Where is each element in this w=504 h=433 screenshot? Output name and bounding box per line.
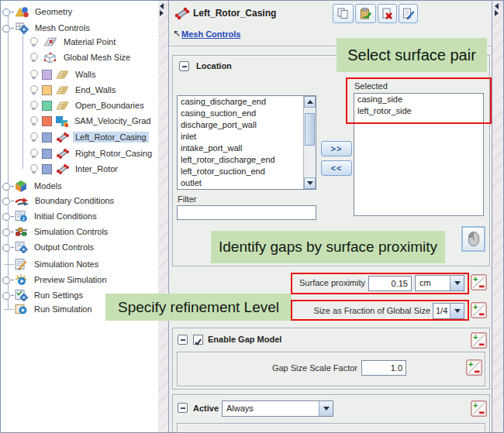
tree-scrollbar[interactable] [158, 1, 168, 433]
tree-expander-icon[interactable] [1, 179, 14, 193]
splitter-collapse-right-icon[interactable] [495, 10, 499, 16]
tree-item-simulation-notes[interactable]: Simulation Notes [1, 257, 157, 271]
gap-pair-icon [173, 6, 190, 22]
bulb-icon[interactable] [29, 100, 38, 112]
simulation-controls-icon [14, 226, 29, 237]
paste-icon [359, 7, 373, 21]
list-item[interactable]: casing_suction_end [178, 108, 316, 119]
breadcrumb-mesh-controls-link[interactable]: Mesh Controls [181, 29, 240, 39]
splitter-collapse-left-icon[interactable] [160, 3, 164, 9]
tree-expander-icon[interactable] [1, 273, 14, 287]
fraction-expression-button[interactable]: + [471, 302, 487, 318]
splitter-collapse-left-icon[interactable] [495, 3, 499, 9]
tree-item-material-point[interactable]: Material Point [1, 35, 157, 49]
tree-expander-icon[interactable] [1, 21, 14, 35]
list-item[interactable]: intake_port_wall [178, 143, 316, 154]
bulb-icon[interactable] [29, 84, 38, 96]
scrollbar-thumb[interactable] [305, 113, 315, 146]
tree-item-right-rotor-casing[interactable]: Right_Rotor_Casing [1, 146, 157, 160]
gap-model-expression-button[interactable]: + [471, 332, 487, 349]
proximity-expression-button[interactable]: + [471, 274, 487, 290]
bulb-icon[interactable] [29, 36, 38, 48]
global-mesh-size-icon [41, 52, 58, 64]
tree-item-initial-conditions[interactable]: i Initial Conditions [1, 209, 157, 223]
tree-item-open-boundaries[interactable]: Open_Boundaries [1, 98, 157, 112]
tree-expander-icon[interactable] [1, 225, 14, 239]
color-swatch[interactable] [42, 70, 52, 80]
list-item[interactable]: casing_discharge_end [178, 96, 316, 108]
delete-button[interactable] [378, 4, 397, 23]
gap-size-scale-factor-input[interactable] [361, 360, 406, 376]
copy-button[interactable] [333, 4, 354, 23]
tree-item-inter-rotor[interactable]: Inter_Rotor [1, 162, 157, 176]
tree-item-models[interactable]: Models [1, 179, 157, 193]
list-item[interactable]: discharge_port_wall [178, 119, 316, 131]
active-collapse-button[interactable] [178, 403, 188, 413]
mouse-pick-button[interactable] [461, 226, 485, 252]
delete-icon [381, 7, 394, 21]
list-item[interactable]: left_rotor_discharge_end [178, 154, 316, 166]
tree-item-label: Run Settings [32, 290, 85, 301]
remove-selection-button[interactable]: << [321, 160, 352, 176]
paste-button[interactable] [355, 4, 376, 23]
tree-expander-icon[interactable] [1, 288, 14, 302]
splitter-collapse-right-icon[interactable] [160, 10, 164, 16]
tree-item-left-rotor-casing[interactable]: Left_Rotor_Casing [1, 130, 157, 144]
bulb-icon[interactable] [29, 132, 38, 143]
color-swatch[interactable] [42, 85, 52, 95]
tree-expander-icon[interactable] [1, 209, 14, 223]
color-swatch[interactable] [42, 164, 52, 174]
color-swatch[interactable] [42, 132, 52, 143]
bulb-icon[interactable] [29, 163, 38, 175]
tree-item-mesh-controls[interactable]: Mesh Controls [1, 21, 157, 35]
bulb-icon[interactable] [29, 52, 38, 64]
color-swatch[interactable] [42, 101, 52, 111]
filter-input[interactable] [177, 205, 316, 220]
tree-item-label: Right_Rotor_Casing [73, 148, 154, 159]
tree-item-geometry[interactable]: Geometry [1, 5, 157, 19]
list-item[interactable]: outlet [178, 177, 316, 189]
svg-text:i: i [22, 215, 24, 222]
chevron-down-icon[interactable] [319, 401, 333, 416]
tree-item-walls[interactable]: Walls [1, 67, 157, 81]
active-expression-button[interactable]: + [471, 400, 487, 417]
models-icon [14, 180, 29, 193]
tree-item-global-mesh-size[interactable]: Global Mesh Size [1, 50, 157, 64]
edit-button[interactable] [399, 4, 418, 23]
add-selection-button[interactable]: >> [321, 141, 352, 156]
enable-gap-model-checkbox[interactable] [193, 335, 203, 345]
gap-pair-icon [55, 148, 70, 159]
tree-item-boundary-conditions[interactable]: Boundary Conditions [1, 194, 157, 208]
mesh-surface-icon [55, 85, 70, 95]
list-scrollbar[interactable] [303, 96, 316, 189]
application-window: Geometry Mesh Controls Material Point [0, 0, 504, 433]
tree-item-output-controls[interactable]: Output Controls [1, 240, 157, 254]
tree-expander-icon[interactable] [1, 194, 14, 208]
active-dropdown[interactable]: Always [222, 400, 333, 417]
gap-pair-icon [55, 132, 70, 143]
tree-item-simulation-controls[interactable]: Simulation Controls [1, 225, 157, 239]
color-swatch[interactable] [42, 149, 52, 159]
panel-scrollbar[interactable] [492, 1, 504, 433]
gap-size-scale-factor-label: Gap Size Scale Factor [233, 363, 357, 373]
tree-item-label: Simulation Controls [32, 226, 110, 237]
tree-expander-icon[interactable] [1, 5, 14, 19]
tree-item-end-walls[interactable]: End_Walls [1, 83, 157, 97]
tree-item-sam-velocity-grad[interactable]: SAM_Velocity_Grad [1, 114, 157, 128]
gap-factor-expression-button[interactable]: + [466, 359, 482, 376]
bulb-icon[interactable] [29, 69, 38, 81]
available-surfaces-list[interactable]: casing_discharge_end casing_suction_end … [177, 95, 316, 190]
gap-model-collapse-button[interactable] [178, 335, 188, 345]
bulb-icon[interactable] [29, 115, 38, 127]
list-item[interactable]: inlet [178, 131, 316, 143]
scroll-up-button[interactable] [304, 96, 316, 108]
list-item[interactable]: left_rotor_suction_end [178, 166, 316, 177]
mesh-surface-icon [55, 101, 70, 111]
tree-expander-icon[interactable] [1, 240, 14, 254]
tree-item-preview-simulation[interactable]: Preview Simulation [1, 273, 157, 287]
color-swatch[interactable] [42, 116, 52, 126]
bulb-icon[interactable] [29, 148, 38, 160]
location-collapse-button[interactable] [179, 61, 189, 71]
scroll-down-button[interactable] [304, 177, 316, 189]
tree-item-label: Simulation Notes [32, 259, 101, 270]
